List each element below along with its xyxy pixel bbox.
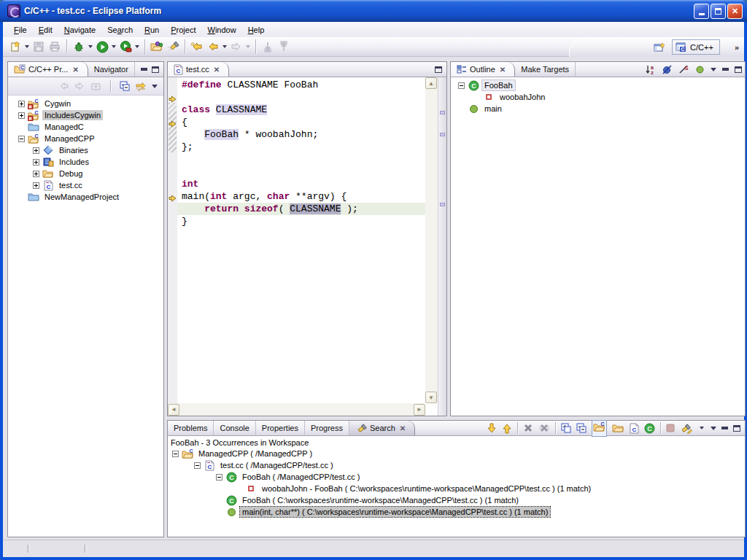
menu-project[interactable]: Project [166,24,201,36]
editor-vertical-scrollbar[interactable]: ▲ ▼ [425,77,438,403]
overview-mark[interactable] [440,111,445,114]
debug-button[interactable] [71,39,87,55]
print-button[interactable] [47,39,63,55]
tab-close-icon[interactable]: ✕ [400,424,406,432]
menu-run[interactable]: Run [139,24,164,36]
maximize-button[interactable] [711,4,726,19]
group-by-type-icon[interactable]: C [644,423,655,434]
expander-expanded-icon[interactable] [216,474,222,481]
previous-annotation-button[interactable] [276,39,292,55]
group-by-file-icon[interactable]: C [630,423,639,434]
collapse-all-icon[interactable] [120,81,130,91]
tree-item-managedc[interactable]: ManagedC [8,121,163,133]
external-tools-button[interactable] [117,39,133,55]
overview-mark[interactable] [440,203,445,206]
tab-outline[interactable]: Outline ✕ [451,62,515,77]
next-match-icon[interactable] [487,423,497,434]
link-with-editor-icon[interactable] [135,81,147,91]
annotation-ruler[interactable] [168,77,177,403]
expander-expanded-icon[interactable] [172,451,179,457]
minimize-button[interactable] [694,4,709,19]
perspective-more-chevron[interactable]: » [735,43,738,52]
back-history-button[interactable] [189,39,205,55]
tab-cpp-projects[interactable]: C C/C++ Pr... ✕ [8,62,88,77]
tab-search[interactable]: Search ✕ [349,421,415,435]
expand-all-icon[interactable] [561,423,571,433]
save-button[interactable] [31,39,47,55]
menu-search[interactable]: Search [102,24,138,36]
expander-collapsed-icon[interactable] [33,147,39,154]
tab-testcc[interactable]: C test.cc ✕ [168,62,229,77]
open-element-button[interactable] [149,39,165,55]
perspective-cpp-button[interactable]: C C/C++ [672,39,720,55]
hide-static-members-icon[interactable]: S [678,64,689,74]
outline-item-foobah[interactable]: C FooBah [451,79,745,91]
tab-close-icon[interactable]: ✕ [72,66,78,74]
new-wizard-dropdown[interactable] [25,45,29,48]
editor-horizontal-scrollbar[interactable]: ◄ ► [168,403,425,416]
scroll-up-icon[interactable]: ▲ [425,77,437,89]
external-tools-dropdown[interactable] [135,45,139,48]
result-main[interactable]: main(int, char**) ( C:\workspaces\runtim… [168,506,745,518]
view-menu-icon[interactable] [711,68,716,71]
occurrence-marker-icon[interactable] [169,96,177,103]
expander-expanded-icon[interactable] [194,462,201,469]
up-disabled-icon[interactable] [90,81,101,91]
outline-item-main[interactable]: main [451,103,745,114]
tree-item-includescygwin[interactable]: C IncludesCygwin [8,109,163,121]
view-minimize-icon[interactable] [141,68,147,71]
remove-match-icon[interactable] [523,423,533,433]
view-maximize-icon[interactable] [152,66,159,73]
hide-fields-icon[interactable] [662,64,673,74]
scroll-down-icon[interactable]: ▼ [425,392,437,403]
new-wizard-button[interactable] [7,39,23,55]
group-by-project-toggle[interactable]: C [592,420,607,437]
tree-item-binaries[interactable]: Binaries [8,144,163,156]
code-area[interactable]: #define CLASSNAME FooBah class CLASSNAME… [177,77,425,403]
view-maximize-icon[interactable] [733,425,740,432]
result-testcc[interactable]: C test.cc ( /ManagedCPP/test.cc ) [168,459,745,471]
next-annotation-button[interactable] [260,39,276,55]
search-again-dropdown[interactable] [700,427,704,429]
title-bar[interactable]: C/C++ - test.cc - Eclipse Platform ✕ [0,0,747,22]
sort-alphabetical-icon[interactable]: az [645,64,656,75]
back-button[interactable] [205,39,221,55]
tree-item-managedcpp[interactable]: C ManagedCPP [8,133,163,144]
tab-close-icon[interactable]: ✕ [500,66,506,74]
remove-all-matches-icon[interactable] [538,423,550,433]
view-menu-icon[interactable] [152,85,158,88]
editor-maximize-icon[interactable] [435,66,442,73]
menu-navigate[interactable]: Navigate [59,24,101,36]
expander-expanded-icon[interactable] [18,136,25,142]
previous-match-icon[interactable] [502,423,512,434]
group-by-folder-icon[interactable] [612,423,624,433]
cancel-search-icon[interactable] [666,424,675,432]
outline-item-woobahjohn[interactable]: woobahJohn [451,91,745,103]
expander-expanded-icon[interactable] [458,82,465,89]
back-dropdown[interactable] [222,45,227,48]
tab-problems[interactable]: Problems [168,421,214,435]
view-menu-icon[interactable] [711,427,716,430]
run-button[interactable] [94,39,110,55]
overview-mark[interactable] [440,133,445,136]
forward-dropdown[interactable] [246,45,250,48]
scroll-right-icon[interactable]: ► [414,404,425,416]
search-button[interactable] [165,39,181,55]
result-woobahjohn[interactable]: woobahJohn - FooBah ( C:\workspaces\runt… [168,483,745,494]
menu-edit[interactable]: Edit [34,24,58,36]
search-again-icon[interactable] [680,423,693,434]
tab-close-icon[interactable]: ✕ [214,66,220,74]
open-perspective-button[interactable] [651,39,667,55]
result-managedcpp[interactable]: C ManagedCPP ( /ManagedCPP ) [168,448,745,459]
tree-item-includes[interactable]: Includes [8,156,163,168]
debug-dropdown[interactable] [88,45,93,48]
result-foobah-class[interactable]: C FooBah ( /ManagedCPP/test.cc ) [168,471,745,483]
occurrence-marker-icon[interactable] [169,120,177,128]
view-maximize-icon[interactable] [735,66,742,73]
forward-button[interactable] [228,39,244,55]
view-minimize-icon[interactable] [722,68,729,71]
expander-collapsed-icon[interactable] [33,171,39,177]
overview-ruler[interactable] [438,77,446,416]
back-disabled-icon[interactable] [58,81,69,91]
tree-item-testcc[interactable]: C test.cc [8,179,163,191]
